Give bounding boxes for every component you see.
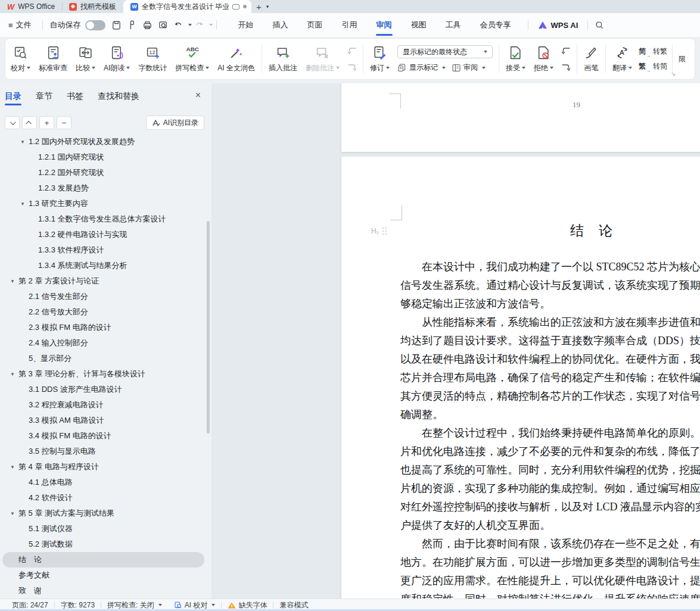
text-line[interactable]: 户提供了友好的人机交互界面。 bbox=[341, 516, 700, 535]
triangle-expand-icon[interactable]: ▼ bbox=[10, 511, 18, 516]
toc-item[interactable]: ▼ 2.2 信号放大部分 bbox=[2, 304, 204, 320]
text-line[interactable]: 信号发生器系统。通过精心设计与反复调试，该系统实现了预期的主要 bbox=[341, 276, 700, 295]
toc-item[interactable]: ▼ 1.3.1 全数字信号发生器总体方案设计 bbox=[2, 211, 204, 227]
close-icon[interactable]: × bbox=[195, 91, 201, 100]
redo-caret-icon[interactable] bbox=[209, 24, 213, 26]
menu-item[interactable]: 开始 bbox=[229, 13, 263, 37]
print-button[interactable] bbox=[140, 17, 155, 33]
toc-item[interactable]: ▼ 1.3.2 硬件电路设计与实现 bbox=[2, 227, 204, 242]
file-menu-button[interactable]: ≡ 文件 bbox=[0, 20, 39, 30]
tab-list-chevron-icon[interactable]: ▾ bbox=[266, 0, 273, 13]
toc-item[interactable]: ▼ 1.2.1 国内研究现状 bbox=[2, 149, 204, 165]
review-pane-button[interactable]: 审阅 bbox=[452, 63, 486, 73]
toc-item[interactable]: ▼ 第 3 章 理论分析、计算与各模块设计 bbox=[2, 366, 204, 382]
menu-item[interactable]: 引用 bbox=[332, 13, 367, 37]
toc-item[interactable]: ▼ 2.4 输入控制部分 bbox=[2, 335, 204, 351]
toc-item[interactable]: ▼ 第 4 章 电路与程序设计 bbox=[2, 459, 204, 475]
triangle-expand-icon[interactable]: ▼ bbox=[20, 201, 29, 207]
ai-read-button[interactable]: AI朗读 bbox=[99, 40, 134, 77]
spell-check-button[interactable]: ABC 拼写检查 bbox=[171, 40, 213, 77]
menu-item[interactable]: 工具 bbox=[436, 13, 471, 37]
text-line[interactable]: 芯片并合理布局电路，确保了信号的稳定产生和传输；在软件编程上， bbox=[341, 369, 700, 387]
text-line[interactable]: 然而，由于比赛时间有限，该系统仍存在一些不足之处，有诸多值 bbox=[341, 535, 700, 553]
toc-item[interactable]: ▼ 3.2 程控衰减电路设计 bbox=[2, 397, 204, 413]
text-line[interactable]: 够稳定输出正弦波和方波信号。 bbox=[341, 295, 700, 313]
menu-item[interactable]: 插入 bbox=[263, 13, 298, 37]
text-line[interactable]: 片和优化电路连接，减少了不必要的元件和复杂的布线，降低了硬件成 bbox=[341, 442, 700, 461]
toc-item[interactable]: ▼ 4.1 总体电路 bbox=[2, 475, 204, 490]
undo-caret-icon[interactable] bbox=[188, 24, 192, 26]
document-canvas[interactable]: 19 H₁ 结 论 在本设计中，我们成功构建了一个以 STC89C52 芯片为核… bbox=[211, 83, 700, 598]
to-simplified-button[interactable]: 繁→ 转简 bbox=[639, 61, 667, 71]
sidebar-tab[interactable]: 书签 bbox=[67, 85, 83, 108]
delete-comment-button[interactable]: 删除批注 bbox=[301, 40, 344, 77]
toc-item[interactable]: ▼ 1.3 研究主要内容 bbox=[2, 196, 204, 211]
search-button[interactable] bbox=[592, 17, 607, 33]
undo-button[interactable] bbox=[171, 17, 186, 33]
toc-item[interactable]: ▼ 第 2 章 方案设计与论证 bbox=[2, 273, 204, 289]
translate-button[interactable]: A 翻译 bbox=[608, 40, 636, 77]
screen-share-icon[interactable] bbox=[232, 4, 239, 10]
toc-item[interactable]: ▼ 3.5 控制与显示电路 bbox=[2, 444, 204, 459]
toc-item[interactable]: ▼ 5.1 测试仪器 bbox=[2, 521, 204, 537]
text-line[interactable]: 其方便灵活的特点，精确控制各芯片的工作状态，实现了对信号频率和 bbox=[341, 387, 700, 406]
accept-button[interactable]: 接受 bbox=[502, 40, 530, 77]
pen-button[interactable]: 画笔 bbox=[580, 40, 603, 77]
export-pdf-button[interactable] bbox=[125, 17, 140, 33]
expand-all-button[interactable] bbox=[5, 116, 20, 129]
zoom-out-toc-button[interactable]: − bbox=[57, 116, 71, 129]
tab-docer-templates[interactable]: ❖ 找稻壳模板 bbox=[62, 0, 123, 13]
standard-review-button[interactable]: 标准审查 bbox=[35, 40, 71, 77]
triangle-expand-icon[interactable]: ▼ bbox=[20, 139, 29, 145]
menu-item[interactable]: 页面 bbox=[298, 13, 332, 37]
to-traditional-button[interactable]: 简→ 转繁 bbox=[639, 46, 667, 57]
text-line[interactable]: 对红外遥控控制码的接收与解析，以及对 LCD 液晶显示内容的实时更 bbox=[341, 498, 700, 516]
toc-item[interactable]: ▼ 2.1 信号发生部分 bbox=[2, 289, 204, 304]
redo-button[interactable] bbox=[192, 17, 207, 33]
track-changes-button[interactable]: 修订 bbox=[366, 40, 394, 77]
menu-item[interactable]: 视图 bbox=[402, 13, 436, 37]
insert-comment-button[interactable]: 插入批注 bbox=[265, 40, 301, 77]
word-count-button[interactable]: 12 字数统计 bbox=[134, 40, 171, 77]
text-line[interactable]: 以及在硬件电路设计和软件编程上的协同优化。在硬件方面，我们选用 bbox=[341, 350, 700, 369]
toc-item[interactable]: ▼ 5.2 测试数据 bbox=[2, 537, 204, 552]
zoom-in-toc-button[interactable]: + bbox=[39, 116, 54, 129]
toc-item[interactable]: ▼ 参考文献 bbox=[2, 568, 204, 583]
toc-item[interactable]: ▼ 2.3 模拟 FM 电路的设计 bbox=[2, 320, 204, 335]
print-preview-button[interactable] bbox=[155, 17, 171, 33]
toc-item[interactable]: ▼ 1.3.4 系统测试与结果分析 bbox=[2, 258, 204, 273]
text-line[interactable]: 地方。在功能扩展方面，可以进一步增加更多类型的调制信号生成功能 bbox=[341, 553, 700, 572]
toc-item[interactable]: ▼ 5、显示部分 bbox=[2, 351, 204, 366]
toc-item[interactable]: ▼ 1.3.3 软件程序设计 bbox=[2, 242, 204, 258]
text-line[interactable]: 从性能指标来看，系统输出的正弦波和方波在频率步进值和幅度步 bbox=[341, 313, 700, 332]
proofread-button[interactable]: 校对 bbox=[7, 40, 35, 77]
toc-item[interactable]: ▼ 1.2.3 发展趋势 bbox=[2, 180, 204, 196]
ai-proofread-button[interactable]: AI 校对 bbox=[168, 600, 222, 610]
text-line[interactable]: 确调整。 bbox=[341, 406, 700, 424]
page-conclusion[interactable]: H₁ 结 论 在本设计中，我们成功构建了一个以 STC89C52 芯片为核心控制… bbox=[341, 157, 700, 598]
sidebar-scrollbar[interactable] bbox=[207, 221, 210, 434]
toc-item[interactable]: ▼ 3.3 模拟 AM 电路设计 bbox=[2, 413, 204, 428]
wps-ai-button[interactable]: WPS AI bbox=[532, 21, 584, 30]
conclusion-heading[interactable]: 结 论 bbox=[341, 222, 700, 240]
text-line[interactable]: 片机的资源，实现了多种功能的集成控制。例如，通过编写相应的程序 bbox=[341, 479, 700, 498]
show-markup-button[interactable]: 显示标记 bbox=[397, 63, 446, 73]
page-indicator[interactable]: 页面: 24/27 bbox=[6, 600, 54, 610]
new-tab-button[interactable]: + bbox=[251, 0, 266, 13]
collapse-all-button[interactable] bbox=[22, 116, 37, 129]
toc-item[interactable]: ▼ 第 5 章 测试方案与测试结果 bbox=[2, 506, 204, 521]
save-button[interactable] bbox=[109, 17, 125, 33]
sidebar-tab[interactable]: 目录 bbox=[5, 85, 21, 108]
spell-check-status[interactable]: 拼写检查: 关闭 bbox=[101, 600, 168, 610]
sidebar-tab[interactable]: 查找和替换 bbox=[98, 85, 139, 108]
missing-font-warning[interactable]: 缺失字体 bbox=[222, 600, 273, 610]
sidebar-tab[interactable]: 章节 bbox=[36, 85, 52, 108]
toc-item[interactable]: ▼ 3.1 DDS 波形产生电路设计 bbox=[2, 382, 204, 397]
toc-item[interactable]: ▼ 结 论 bbox=[2, 552, 204, 568]
toc-item[interactable]: ▼ 3.4 模拟 FM 电路的设计 bbox=[2, 428, 204, 444]
markup-state-select[interactable]: 显示标记的最终状态 bbox=[397, 45, 493, 58]
triangle-expand-icon[interactable]: ▼ bbox=[10, 372, 18, 377]
previous-change-button[interactable] bbox=[560, 46, 572, 55]
toc-item[interactable]: ▼ 1.2.2 国外研究现状 bbox=[2, 165, 204, 180]
text-line[interactable]: 在整个设计过程中，我们始终秉持硬件电路简单化的原则。通过合 bbox=[341, 424, 700, 442]
